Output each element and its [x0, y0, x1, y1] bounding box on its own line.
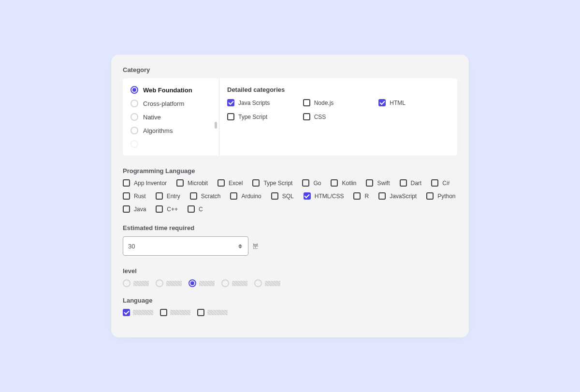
- language-label-placeholder: [207, 310, 228, 315]
- language-checkbox[interactable]: App Inventor: [123, 179, 167, 187]
- checkbox-icon: [123, 192, 130, 200]
- checkbox-label: Java: [134, 206, 146, 213]
- language-checkbox[interactable]: Rust: [123, 192, 146, 200]
- level-radio[interactable]: [156, 279, 182, 287]
- language-checkbox[interactable]: R: [353, 192, 369, 200]
- category-radio[interactable]: Web Foundation: [130, 86, 214, 94]
- category-radio-list: Web FoundationCross-platformNativeAlgori…: [123, 78, 219, 156]
- language-checkbox[interactable]: Java: [123, 205, 146, 213]
- detailed-category-checkbox[interactable]: Java Scripts: [227, 99, 298, 106]
- level-row: [123, 279, 457, 287]
- language-checkbox[interactable]: Microbit: [176, 179, 208, 187]
- radio-icon: [123, 279, 130, 287]
- checkbox-label: Dart: [411, 180, 422, 187]
- language-checkbox[interactable]: Python: [426, 192, 455, 200]
- checkbox-label: Java Scripts: [238, 100, 270, 106]
- checkbox-icon: [426, 192, 434, 200]
- category-radio[interactable]: Cross-platform: [130, 100, 214, 107]
- detailed-category-checkbox[interactable]: Node.js: [303, 99, 374, 106]
- detailed-category-checkbox[interactable]: Type Script: [227, 113, 298, 120]
- radio-icon: [221, 279, 229, 287]
- checkbox-icon: [366, 179, 373, 187]
- checkbox-label: Kotlin: [342, 180, 356, 187]
- checkbox-icon: [378, 192, 386, 200]
- checkbox-label: Swift: [377, 180, 390, 187]
- checkbox-label: Entry: [167, 193, 180, 200]
- checkbox-label: Type Script: [263, 180, 292, 187]
- language-checkbox[interactable]: Scratch: [190, 192, 221, 200]
- radio-icon: [156, 279, 163, 287]
- radio-icon: [130, 127, 138, 134]
- language-checkbox[interactable]: Kotlin: [331, 179, 356, 187]
- checkbox-icon: [123, 179, 130, 187]
- checkbox-icon: [218, 179, 225, 187]
- radio-icon: [130, 86, 138, 94]
- language-checkbox[interactable]: Arduino: [230, 192, 261, 200]
- language-checkbox[interactable]: Swift: [366, 179, 390, 187]
- checkbox-label: Go: [313, 180, 321, 187]
- checkbox-icon: [303, 113, 310, 120]
- checkbox-icon: [378, 99, 386, 106]
- level-radio[interactable]: [221, 279, 247, 287]
- language-checkbox[interactable]: Go: [302, 179, 321, 187]
- language-checkbox[interactable]: Entry: [156, 192, 180, 200]
- stepper-icon[interactable]: [238, 244, 243, 248]
- checkbox-icon: [156, 192, 163, 200]
- detailed-category-checkbox[interactable]: HTML: [378, 99, 450, 106]
- programming-language-heading: Programming Language: [123, 167, 457, 174]
- radio-icon: [188, 279, 196, 287]
- checkbox-label: SQL: [282, 193, 294, 200]
- estimated-time-heading: Estimated time required: [123, 224, 457, 232]
- level-label-placeholder: [166, 281, 182, 286]
- radio-icon: [130, 113, 138, 121]
- checkbox-label: Node.js: [314, 100, 334, 106]
- language-checkbox[interactable]: Excel: [218, 179, 243, 187]
- radio-label: Web Foundation: [143, 87, 192, 94]
- scrollbar-thumb[interactable]: [215, 122, 217, 129]
- language-checkbox[interactable]: JavaScript: [378, 192, 417, 200]
- checkbox-icon: [197, 309, 204, 316]
- settings-card: Category Web FoundationCross-platformNat…: [111, 55, 469, 337]
- checkbox-label: HTML: [390, 100, 406, 106]
- time-value: 30: [128, 243, 135, 250]
- ui-language-checkbox[interactable]: [123, 309, 153, 316]
- language-row: [123, 309, 457, 316]
- time-input[interactable]: 30: [123, 236, 248, 256]
- level-radio[interactable]: [188, 279, 215, 287]
- ui-language-checkbox[interactable]: [160, 309, 190, 316]
- language-checkbox[interactable]: C: [188, 205, 203, 213]
- checkbox-icon: [302, 179, 309, 187]
- checkbox-icon: [123, 205, 130, 213]
- checkbox-label: Arduino: [241, 193, 261, 200]
- checkbox-label: R: [364, 193, 369, 200]
- checkbox-label: Scratch: [201, 193, 221, 200]
- checkbox-icon: [123, 309, 130, 316]
- category-radio[interactable]: Native: [130, 113, 214, 121]
- language-checkbox[interactable]: C++: [156, 205, 178, 213]
- radio-icon: [254, 279, 262, 287]
- radio-icon: [130, 100, 138, 107]
- checkbox-icon: [190, 192, 197, 200]
- checkbox-icon: [303, 99, 310, 106]
- checkbox-icon: [227, 99, 234, 106]
- checkbox-icon: [252, 179, 260, 187]
- category-heading: Category: [123, 66, 457, 73]
- category-radio[interactable]: Algorithms: [130, 127, 214, 134]
- level-label-placeholder: [265, 281, 280, 286]
- level-radio[interactable]: [123, 279, 149, 287]
- detailed-categories-heading: Detailed categories: [227, 86, 450, 93]
- language-checkbox[interactable]: C#: [431, 179, 450, 187]
- level-radio[interactable]: [254, 279, 280, 287]
- category-radio[interactable]: [130, 140, 214, 148]
- language-checkbox[interactable]: HTML/CSS: [304, 192, 344, 200]
- language-checkbox[interactable]: Type Script: [252, 179, 292, 187]
- language-checkbox[interactable]: Dart: [400, 179, 422, 187]
- radio-icon: [130, 140, 138, 148]
- detailed-category-checkbox[interactable]: CSS: [303, 113, 374, 120]
- language-checkbox[interactable]: SQL: [271, 192, 294, 200]
- ui-language-checkbox[interactable]: [197, 309, 228, 316]
- radio-label: Cross-platform: [143, 100, 184, 107]
- checkbox-icon: [331, 179, 338, 187]
- checkbox-icon: [304, 192, 311, 200]
- checkbox-icon: [400, 179, 407, 187]
